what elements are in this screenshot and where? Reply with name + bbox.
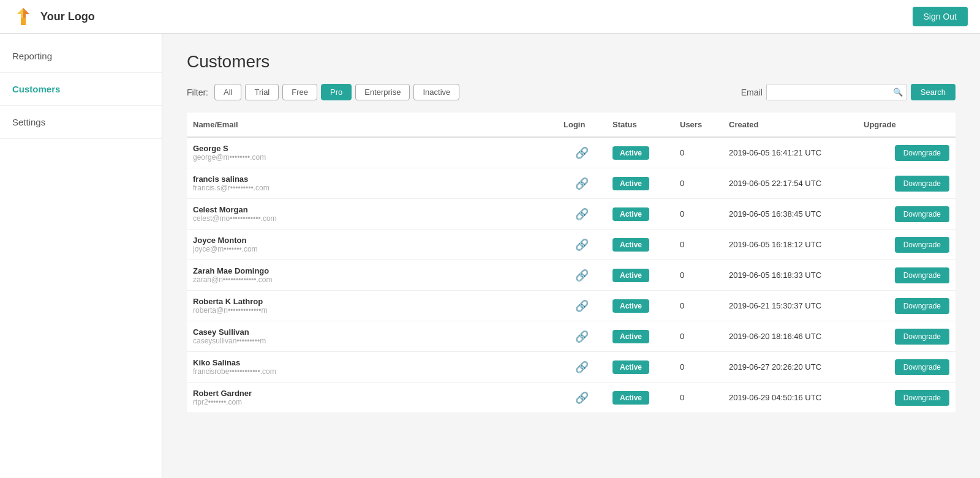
cell-status-3: Active <box>606 230 674 260</box>
table-row: Casey Sullivan caseysullivan•••••••••m 🔗… <box>187 321 956 352</box>
customer-name-4: Zarah Mae Domingo <box>193 266 551 275</box>
filter-all[interactable]: All <box>214 84 241 100</box>
sign-out-button[interactable]: Sign Out <box>913 7 968 26</box>
cell-login-0: 🔗 <box>557 137 606 168</box>
layout: Reporting Customers Settings Customers F… <box>0 34 980 478</box>
filter-pro[interactable]: Pro <box>321 84 352 100</box>
cell-upgrade-2: Downgrade <box>858 199 956 230</box>
cell-users-0: 0 <box>674 137 723 168</box>
cell-name-email-1: francis salinas francis.s@r•••••••••.com <box>187 168 557 199</box>
customer-name-3: Joyce Monton <box>193 236 551 245</box>
status-badge-6: Active <box>612 330 649 343</box>
status-badge-2: Active <box>612 207 649 221</box>
customer-name-0: George S <box>193 144 551 153</box>
cell-upgrade-3: Downgrade <box>858 230 956 260</box>
cell-status-2: Active <box>606 199 674 230</box>
cell-created-3: 2019-06-05 16:18:12 UTC <box>723 230 858 260</box>
search-button[interactable]: Search <box>911 84 956 100</box>
filter-enterprise[interactable]: Enterprise <box>355 84 410 100</box>
status-badge-7: Active <box>612 360 649 374</box>
downgrade-button-3[interactable]: Downgrade <box>895 237 949 253</box>
cell-name-email-3: Joyce Monton joyce@m•••••••.com <box>187 230 557 260</box>
cell-name-email-2: Celest Morgan celest@mo••••••••••••.com <box>187 199 557 230</box>
cell-name-email-6: Casey Sullivan caseysullivan•••••••••m <box>187 321 557 352</box>
filter-label: Filter: <box>187 88 208 97</box>
cell-users-4: 0 <box>674 260 723 291</box>
downgrade-button-7[interactable]: Downgrade <box>895 359 949 375</box>
status-badge-4: Active <box>612 269 649 282</box>
logo-text: Your Logo <box>40 10 95 23</box>
cell-upgrade-7: Downgrade <box>858 352 956 383</box>
login-icon-5: 🔗 <box>575 300 589 312</box>
cell-users-1: 0 <box>674 168 723 199</box>
downgrade-button-0[interactable]: Downgrade <box>895 145 949 161</box>
cell-users-7: 0 <box>674 352 723 383</box>
downgrade-button-5[interactable]: Downgrade <box>895 298 949 314</box>
cell-users-2: 0 <box>674 199 723 230</box>
table-row: francis salinas francis.s@r•••••••••.com… <box>187 168 956 199</box>
customer-email-0: george@m••••••••.com <box>193 153 551 162</box>
cell-created-4: 2019-06-05 16:18:33 UTC <box>723 260 858 291</box>
customer-email-1: francis.s@r•••••••••.com <box>193 184 551 192</box>
cell-status-7: Active <box>606 352 674 383</box>
login-icon-1: 🔗 <box>575 177 589 190</box>
status-badge-8: Active <box>612 391 649 405</box>
cell-name-email-5: Roberta K Lathrop roberta@n•••••••••••••… <box>187 291 557 321</box>
downgrade-button-8[interactable]: Downgrade <box>895 390 949 406</box>
cell-login-7: 🔗 <box>557 352 606 383</box>
downgrade-button-6[interactable]: Downgrade <box>895 329 949 345</box>
table-row: Roberta K Lathrop roberta@n•••••••••••••… <box>187 291 956 321</box>
cell-status-8: Active <box>606 383 674 413</box>
table-row: Zarah Mae Domingo zarah@n•••••••••••••.c… <box>187 260 956 291</box>
customers-table: Name/Email Login Status Users Created Up… <box>187 113 956 413</box>
table-header-row: Name/Email Login Status Users Created Up… <box>187 113 956 137</box>
status-badge-0: Active <box>612 146 649 160</box>
email-label: Email <box>741 88 763 97</box>
cell-status-5: Active <box>606 291 674 321</box>
cell-created-0: 2019-06-05 16:41:21 UTC <box>723 137 858 168</box>
sidebar-item-settings[interactable]: Settings <box>0 106 162 139</box>
login-icon-6: 🔗 <box>575 330 589 343</box>
login-icon-8: 🔗 <box>575 392 589 404</box>
col-header-name: Name/Email <box>187 113 557 137</box>
page-title: Customers <box>187 52 956 72</box>
login-icon-3: 🔗 <box>575 239 589 251</box>
customer-email-6: caseysullivan•••••••••m <box>193 337 551 345</box>
customer-name-1: francis salinas <box>193 174 551 184</box>
customer-email-2: celest@mo••••••••••••.com <box>193 214 551 223</box>
email-input[interactable] <box>767 84 889 100</box>
cell-login-5: 🔗 <box>557 291 606 321</box>
cell-upgrade-8: Downgrade <box>858 383 956 413</box>
downgrade-button-4[interactable]: Downgrade <box>895 267 949 283</box>
col-header-login: Login <box>557 113 606 137</box>
col-header-upgrade: Upgrade <box>858 113 956 137</box>
cell-status-0: Active <box>606 137 674 168</box>
login-icon-7: 🔗 <box>575 361 589 373</box>
customer-email-5: roberta@n•••••••••••••m <box>193 306 551 315</box>
cell-created-5: 2019-06-21 15:30:37 UTC <box>723 291 858 321</box>
sidebar-item-reporting[interactable]: Reporting <box>0 40 162 73</box>
cell-status-6: Active <box>606 321 674 352</box>
downgrade-button-1[interactable]: Downgrade <box>895 176 949 192</box>
email-search: Email 🔍 Search <box>741 84 956 100</box>
cell-name-email-4: Zarah Mae Domingo zarah@n•••••••••••••.c… <box>187 260 557 291</box>
cell-upgrade-1: Downgrade <box>858 168 956 199</box>
cell-name-email-0: George S george@m••••••••.com <box>187 137 557 168</box>
cell-name-email-8: Robert Gardner rtpr2•••••••.com <box>187 383 557 413</box>
downgrade-button-2[interactable]: Downgrade <box>895 206 949 222</box>
cell-created-7: 2019-06-27 20:26:20 UTC <box>723 352 858 383</box>
main-content: Customers Filter: All Trial Free Pro Ent… <box>162 34 980 478</box>
table-row: Kiko Salinas francisrobe••••••••••••.com… <box>187 352 956 383</box>
filter-trial[interactable]: Trial <box>245 84 279 100</box>
table-row: Robert Gardner rtpr2•••••••.com 🔗 Active… <box>187 383 956 413</box>
filter-inactive[interactable]: Inactive <box>413 84 459 100</box>
filter-free[interactable]: Free <box>282 84 317 100</box>
status-badge-5: Active <box>612 299 649 313</box>
cell-login-3: 🔗 <box>557 230 606 260</box>
customer-name-7: Kiko Salinas <box>193 358 551 367</box>
sidebar-item-customers[interactable]: Customers <box>0 73 162 106</box>
col-header-users: Users <box>674 113 723 137</box>
cell-status-1: Active <box>606 168 674 199</box>
customer-email-8: rtpr2•••••••.com <box>193 398 551 406</box>
customer-email-7: francisrobe••••••••••••.com <box>193 367 551 376</box>
